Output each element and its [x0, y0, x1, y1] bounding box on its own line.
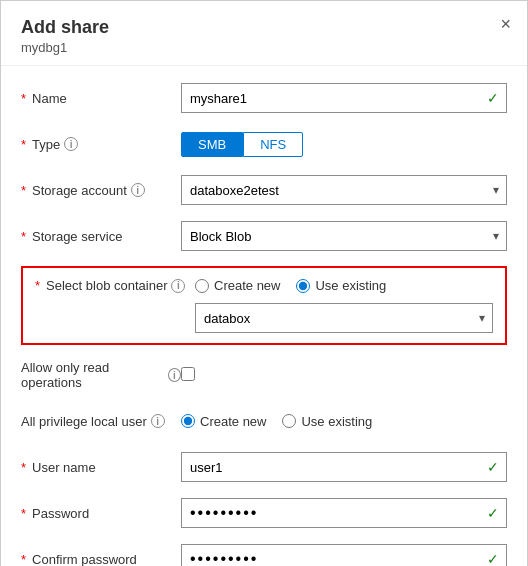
blob-container-row-top: * Select blob container i Create new Use…: [35, 278, 493, 293]
password-input-wrapper: ✓: [181, 498, 507, 528]
confirm-password-row: * Confirm password ✓: [21, 543, 507, 566]
storage-account-info-icon[interactable]: i: [131, 183, 145, 197]
privilege-user-info-icon[interactable]: i: [151, 414, 165, 428]
password-input[interactable]: [181, 498, 507, 528]
password-label: * Password: [21, 506, 181, 521]
username-label: * User name: [21, 460, 181, 475]
blob-container-info-icon[interactable]: i: [171, 279, 185, 293]
confirm-password-control: ✓: [181, 544, 507, 566]
allow-read-control: [181, 367, 507, 384]
type-label: * Type i: [21, 137, 181, 152]
storage-account-label: * Storage account i: [21, 183, 181, 198]
type-toggle: SMB NFS: [181, 132, 507, 157]
username-input-wrapper: ✓: [181, 452, 507, 482]
password-control: ✓: [181, 498, 507, 528]
name-control: ✓: [181, 83, 507, 113]
username-row: * User name ✓: [21, 451, 507, 483]
storage-account-select[interactable]: databoxe2etest: [181, 175, 507, 205]
type-control: SMB NFS: [181, 132, 507, 157]
privilege-user-label: All privilege local user i: [21, 414, 181, 429]
add-share-dialog: Add share mydbg1 × * Name ✓ * Type i: [0, 0, 528, 566]
dialog-title: Add share: [21, 17, 507, 38]
blob-container-radio-group: Create new Use existing: [195, 278, 386, 293]
name-input-wrapper: ✓: [181, 83, 507, 113]
blob-container-row-bottom: databox ▾: [35, 303, 493, 333]
required-star-ss: *: [21, 229, 26, 244]
storage-service-row: * Storage service Block Blob ▾: [21, 220, 507, 252]
confirm-password-input-wrapper: ✓: [181, 544, 507, 566]
confirm-password-label: * Confirm password: [21, 552, 181, 567]
type-info-icon[interactable]: i: [64, 137, 78, 151]
username-check-icon: ✓: [487, 459, 499, 475]
privilege-user-control: Create new Use existing: [181, 414, 507, 429]
dialog-body: * Name ✓ * Type i SMB NFS: [1, 66, 527, 566]
storage-account-control: databoxe2etest ▾: [181, 175, 507, 205]
required-star-type: *: [21, 137, 26, 152]
storage-service-select[interactable]: Block Blob: [181, 221, 507, 251]
password-row: * Password ✓: [21, 497, 507, 529]
username-control: ✓: [181, 452, 507, 482]
confirm-password-input[interactable]: [181, 544, 507, 566]
use-existing-radio[interactable]: [296, 279, 310, 293]
storage-service-label: * Storage service: [21, 229, 181, 244]
privilege-create-new-radio[interactable]: [181, 414, 195, 428]
storage-service-control: Block Blob ▾: [181, 221, 507, 251]
privilege-user-radio-group: Create new Use existing: [181, 414, 507, 429]
required-star-password: *: [21, 506, 26, 521]
close-button[interactable]: ×: [500, 15, 511, 33]
storage-service-select-wrapper: Block Blob ▾: [181, 221, 507, 251]
blob-container-select[interactable]: databox: [195, 303, 493, 333]
allow-read-row: Allow only read operations i: [21, 359, 507, 391]
username-input[interactable]: [181, 452, 507, 482]
name-check-icon: ✓: [487, 90, 499, 106]
dialog-header: Add share mydbg1 ×: [1, 1, 527, 66]
privilege-use-existing-radio[interactable]: [282, 414, 296, 428]
required-star-blob: *: [35, 278, 40, 293]
required-star: *: [21, 91, 26, 106]
blob-container-label: * Select blob container i: [35, 278, 195, 293]
required-star-sa: *: [21, 183, 26, 198]
name-label: * Name: [21, 91, 181, 106]
smb-button[interactable]: SMB: [181, 132, 243, 157]
required-star-confirm: *: [21, 552, 26, 567]
blob-container-section: * Select blob container i Create new Use…: [21, 266, 507, 345]
allow-read-checkbox[interactable]: [181, 367, 195, 381]
name-row: * Name ✓: [21, 82, 507, 114]
type-row: * Type i SMB NFS: [21, 128, 507, 160]
allow-read-info-icon[interactable]: i: [168, 368, 181, 382]
privilege-use-existing-label[interactable]: Use existing: [282, 414, 372, 429]
dialog-subtitle: mydbg1: [21, 40, 507, 55]
create-new-radio-label[interactable]: Create new: [195, 278, 280, 293]
blob-dropdown-wrapper: databox ▾: [195, 303, 493, 333]
required-star-username: *: [21, 460, 26, 475]
create-new-radio[interactable]: [195, 279, 209, 293]
confirm-password-check-icon: ✓: [487, 551, 499, 566]
privilege-create-new-label[interactable]: Create new: [181, 414, 266, 429]
nfs-button[interactable]: NFS: [243, 132, 303, 157]
allow-read-label: Allow only read operations i: [21, 360, 181, 390]
privilege-user-row: All privilege local user i Create new Us…: [21, 405, 507, 437]
use-existing-radio-label[interactable]: Use existing: [296, 278, 386, 293]
storage-account-row: * Storage account i databoxe2etest ▾: [21, 174, 507, 206]
password-check-icon: ✓: [487, 505, 499, 521]
storage-account-select-wrapper: databoxe2etest ▾: [181, 175, 507, 205]
name-input[interactable]: [181, 83, 507, 113]
